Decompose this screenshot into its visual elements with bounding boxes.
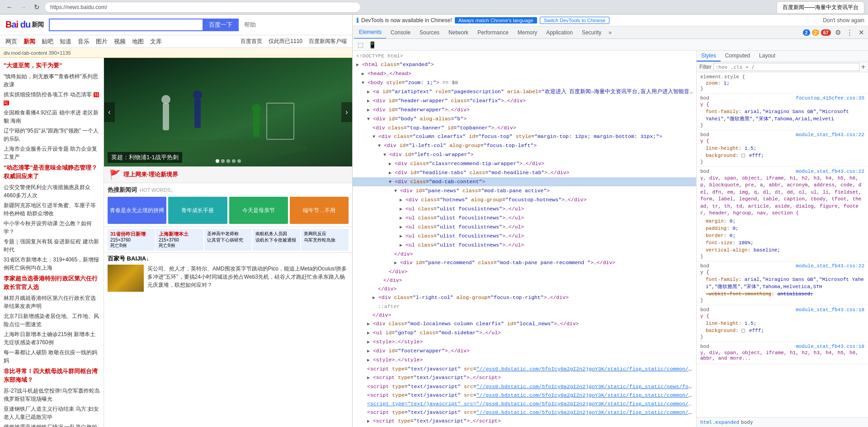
carousel-next-button[interactable]: › xyxy=(341,102,352,122)
hot-card-4[interactable]: 端午节…不用 xyxy=(290,197,349,224)
news-item-11[interactable]: 专题｜强国复兴有我 奋进新征程 建功新时代 xyxy=(4,237,100,255)
tab-more[interactable]: » xyxy=(606,26,614,39)
address-bar[interactable]: https://news.baidu.com/ xyxy=(44,2,361,13)
html-line[interactable]: ▶ <ul class="ulist focuslistnews">…</ul> xyxy=(353,204,696,214)
nav-webpage[interactable]: 网页 xyxy=(5,38,17,46)
nav-zhidao[interactable]: 知道 xyxy=(60,38,71,46)
html-line[interactable]: ▶ <style>…</style> xyxy=(353,337,696,346)
hot-card-2[interactable]: 青年成长手册 xyxy=(168,197,227,224)
html-line[interactable]: ▶ <div id="header-wrapper" class="clearf… xyxy=(353,96,696,105)
html-line-selected[interactable]: ▼ <div class="mod-tab-content"> xyxy=(353,177,696,186)
html-line[interactable]: ▼ <div class="column clearfix" id="focus… xyxy=(353,132,696,141)
html-line[interactable]: ▶ <head>…</head> xyxy=(353,69,696,78)
nav-only[interactable]: 仅此而已1110 xyxy=(269,38,302,45)
style-file-2[interactable]: module_stat_fb43.css:22 xyxy=(796,132,864,138)
news-item-8[interactable]: 公安交警便民利企六项措施惠及群众4660多万人次 xyxy=(4,182,100,200)
match-language-button[interactable]: Always match Chrome's language xyxy=(455,17,537,24)
inspect-element-button[interactable]: ⬚ xyxy=(355,40,365,50)
news-item-15[interactable]: 北京7日新增感染者居住地、工作地、风险点位一图速览 xyxy=(4,311,100,329)
news-item-14[interactable]: 林郑月娥就香港特区第六任行政长官选举结果发表声明 xyxy=(4,293,100,311)
nav-map[interactable]: 地图 xyxy=(132,38,144,46)
html-line[interactable]: <script type="text/javascript" src="//gs… xyxy=(353,382,696,391)
html-line-body[interactable]: ▼ <body style="zoom: 1;"> == $0 xyxy=(353,78,696,87)
stat-card-5[interactable]: 美网民反应 乌军烹炸蛇岛旅 xyxy=(301,229,349,251)
tab-elements[interactable]: Elements xyxy=(354,26,386,39)
style-file-3[interactable]: module_stat_fb43.css:22 xyxy=(796,169,864,174)
nav-client[interactable]: 百度新闻客户端 xyxy=(309,38,347,45)
html-line[interactable]: ▶ <style>…</style> xyxy=(353,356,696,365)
tab-performance[interactable]: Performance xyxy=(473,26,513,39)
news-item-10[interactable]: 中小学今秋开设劳动课 怎么教？如何学？ xyxy=(4,218,100,237)
news-item-12[interactable]: 31省区市新增本土：319+4065，新增报例死亡病例均在上海 xyxy=(4,255,100,273)
html-line[interactable]: ▶ <ul class="ulist focuslistnews">…</ul> xyxy=(353,214,696,223)
html-line[interactable]: ▼ <div id="left-col-wrapper"> xyxy=(353,150,696,159)
html-line[interactable]: ▶ <div class="class=recommend-tip-wrappe… xyxy=(353,159,696,168)
html-line[interactable]: ▶ <div class="hotnews" alog-group="focus… xyxy=(353,195,696,204)
html-line-pseudo[interactable]: ::after xyxy=(353,302,696,311)
news-item-3[interactable]: 抓实抓细疫情防控各项工作 动态清零 特写 xyxy=(4,90,100,108)
more-options-button[interactable]: ⋮ xyxy=(844,28,854,38)
styles-filter-input[interactable] xyxy=(713,63,859,71)
tab-console[interactable]: Console xyxy=(386,26,415,39)
html-line[interactable]: ▶ <div id="footerwrapper">…</div> xyxy=(353,346,696,356)
nav-tieba[interactable]: 贴吧 xyxy=(42,38,53,46)
html-line[interactable]: ▶ <script type="text/javascript">…</scri… xyxy=(353,417,696,426)
html-line[interactable]: </div> xyxy=(353,276,696,285)
dismiss-button[interactable]: Don't show again xyxy=(823,17,864,24)
tab-security[interactable]: Security xyxy=(577,26,606,39)
news-item-20[interactable]: 亚速钢铁厂人道主义行动结束 乌方:妇女老人儿童已疏散完毕 xyxy=(4,404,100,422)
news-item-2[interactable]: "慎终如始，则无败事""青春榜样"系列思政课 xyxy=(4,71,100,90)
styles-tab-styles[interactable]: Styles xyxy=(697,51,721,62)
html-line[interactable]: ▶ <div id="headline-tabs" class="mod-hea… xyxy=(353,168,696,177)
hot-card-1[interactable]: 青春是永无止境的拼搏 xyxy=(108,197,166,224)
nav-news[interactable]: 新闻 xyxy=(24,38,35,46)
styles-tab-layout[interactable]: Layout xyxy=(755,51,780,62)
news-item-19[interactable]: 苏-27战斗机超低空投弹!乌空军轰炸蛇岛俄罗斯驻军现场曝光 xyxy=(4,386,100,404)
stat-card-4[interactable]: 南航机务人员因 说机长下令批被通报 xyxy=(253,229,300,251)
html-line[interactable]: ▶ <script type="text/javascript">…</scri… xyxy=(353,373,696,382)
html-line[interactable]: ▶ <ul class="ulist focuslistnews">…</ul> xyxy=(353,223,696,232)
html-line[interactable]: ▶ <ul class="ulist focuslistnews">…</ul> xyxy=(353,241,696,250)
html-line-script-link2[interactable]: <script type="text/javascript" src="//gs… xyxy=(353,399,696,408)
tab-memory[interactable]: Memory xyxy=(513,26,542,39)
news-item-9[interactable]: 新疆阿克苏地区引进羊角蜜、车厘子等特色种植 助群众增收 xyxy=(4,200,100,218)
style-file-4[interactable]: module_stat_fb43.css:22 xyxy=(796,263,864,269)
html-line[interactable]: <script type="text/javascript" src="//gs… xyxy=(353,408,696,417)
news-item-16[interactable]: 上海昨日新增本土确诊215例 新增本土无症状感染者3760例 xyxy=(4,329,100,347)
help-link[interactable]: 帮助 xyxy=(244,21,256,29)
settings-button[interactable]: ⚙ xyxy=(833,28,843,38)
html-line[interactable]: ▶ <html class="expanded"> xyxy=(353,60,696,69)
html-line[interactable]: <script type="text/javascript" src="//gs… xyxy=(353,365,696,373)
breadcrumb-item-body[interactable]: body xyxy=(741,419,753,425)
stat-card-1[interactable]: 31省份昨日新增 215+3760 死亡8例 xyxy=(108,229,155,251)
html-line[interactable]: ▼ <div id="pane-news" class="mod-tab-pan… xyxy=(353,186,696,195)
styles-tab-computed[interactable]: Computed xyxy=(721,51,755,62)
close-devtools-button[interactable]: ✕ xyxy=(856,28,866,38)
news-item-6[interactable]: 上海市企业服务云开设专题 助力企业复工复产 xyxy=(4,144,100,162)
add-style-button[interactable]: + xyxy=(861,63,865,71)
html-line[interactable]: </div> xyxy=(353,311,696,319)
html-line[interactable]: </div> xyxy=(353,250,696,258)
tab-application[interactable]: Application xyxy=(542,26,577,39)
search-button[interactable]: 百度一下 xyxy=(203,19,239,31)
nav-refresh-button[interactable]: ↻ xyxy=(31,1,42,13)
nav-wenku[interactable]: 文库 xyxy=(150,38,162,46)
nav-music[interactable]: 音乐 xyxy=(78,38,90,46)
style-file-6[interactable]: module_stat_fb43.css:18 xyxy=(796,344,864,349)
style-file-5[interactable]: module_stat_fb43.css:18 xyxy=(796,307,864,313)
news-item-5[interactable]: 辽宁籍的"95后"从"跟跑"到"领跑" 一个人的乐队 xyxy=(4,126,100,144)
html-line[interactable]: <script type="text/javascript" src="//gs… xyxy=(353,391,696,399)
nav-video[interactable]: 视频 xyxy=(114,38,126,46)
news-item-7[interactable]: "动态清零"是否意味全域静态管理？权威回应来了 xyxy=(4,162,100,182)
news-item-13[interactable]: 李家超当选香港特别行政区第六任行政长官官人选 xyxy=(4,273,100,293)
html-line[interactable]: </div> xyxy=(353,285,696,293)
news-item-4[interactable]: 全国粮食看播4.92亿亩 稳中求进 老区新貌 海南 xyxy=(4,108,100,126)
nav-forward-button[interactable]: → xyxy=(17,1,29,13)
hot-card-3[interactable]: 今天是母亲节 xyxy=(229,197,288,224)
news-item-1[interactable]: "大道至简，实干为要" xyxy=(4,60,100,71)
breadcrumb-item-html[interactable]: html.expanded xyxy=(700,419,739,425)
html-line[interactable]: ▶ <ul id="goTop" class="mod-sidebar">…</… xyxy=(353,328,696,337)
nav-back-button[interactable]: ← xyxy=(4,1,15,13)
html-line[interactable]: </div> xyxy=(353,267,696,276)
theory-banner[interactable]: 🚩 理上网来·理论新境界 xyxy=(104,166,352,183)
